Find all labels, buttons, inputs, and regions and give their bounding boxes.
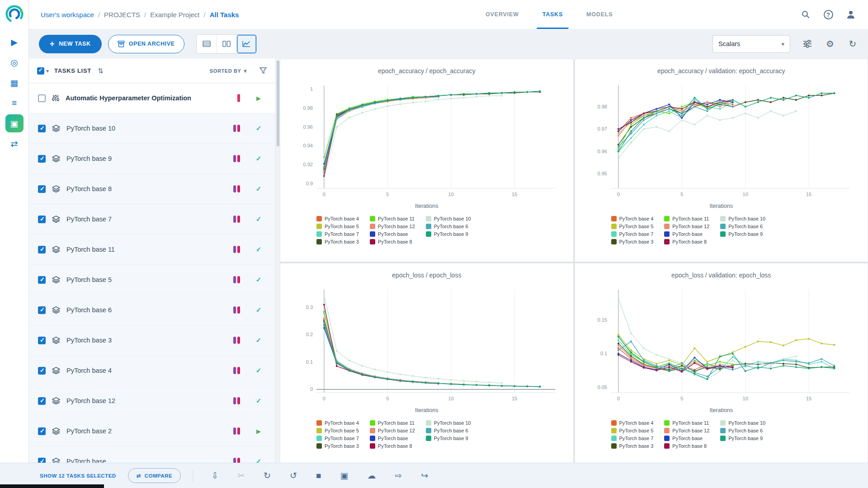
legend-item[interactable]: PyTorch base 6: [720, 222, 765, 230]
task-row[interactable]: PyTorch base 12✓: [29, 386, 275, 416]
legend-item[interactable]: PyTorch base 5: [316, 427, 359, 434]
metric-variant-select[interactable]: Scalars ▾: [712, 35, 790, 53]
projects-icon[interactable]: ▣: [5, 114, 24, 132]
legend-item[interactable]: PyTorch base 8: [664, 442, 709, 450]
legend-item[interactable]: PyTorch base 4: [611, 419, 654, 427]
legend-item[interactable]: PyTorch base 7: [316, 230, 359, 238]
compare-button[interactable]: ⇄ COMPARE: [128, 468, 181, 483]
task-checkbox[interactable]: [38, 155, 46, 163]
select-all-checkbox[interactable]: [37, 67, 44, 75]
task-row[interactable]: PyTorch base✓: [29, 446, 275, 463]
task-checkbox[interactable]: [38, 458, 46, 463]
legend-item[interactable]: PyTorch base 5: [611, 222, 654, 230]
legend-item[interactable]: PyTorch base 4: [611, 215, 654, 222]
task-row[interactable]: PyTorch base 2▶: [29, 416, 275, 446]
task-checkbox[interactable]: [38, 337, 46, 344]
legend-item[interactable]: PyTorch base 6: [426, 427, 471, 434]
filter-icon[interactable]: [259, 67, 267, 74]
task-row[interactable]: PyTorch base 10✓: [29, 113, 275, 144]
legend-item[interactable]: PyTorch base 6: [720, 427, 765, 434]
breadcrumb-item[interactable]: PROJECTS: [104, 11, 140, 19]
legend-item[interactable]: PyTorch base: [664, 230, 709, 238]
legend-item[interactable]: PyTorch base 8: [370, 442, 415, 450]
legend-item[interactable]: PyTorch base 10: [720, 419, 765, 427]
legend-item[interactable]: PyTorch base 12: [664, 222, 709, 230]
legend-item[interactable]: PyTorch base: [370, 230, 415, 238]
capture-icon[interactable]: ▣: [340, 470, 348, 481]
task-row[interactable]: PyTorch base 3✓: [29, 325, 275, 356]
sorted-by-control[interactable]: SORTED BY ▾: [210, 68, 247, 74]
legend-item[interactable]: PyTorch base 7: [611, 230, 654, 238]
clearml-logo[interactable]: [5, 5, 24, 23]
legend-item[interactable]: PyTorch base 3: [611, 442, 654, 450]
task-checkbox[interactable]: [38, 216, 46, 223]
legend-item[interactable]: PyTorch base 5: [611, 427, 654, 434]
retry-icon[interactable]: ↻: [264, 470, 271, 481]
tab-tasks[interactable]: TASKS: [531, 0, 575, 29]
task-checkbox[interactable]: [38, 397, 46, 405]
legend-item[interactable]: PyTorch base 11: [664, 419, 709, 427]
table-view-button[interactable]: [197, 35, 217, 53]
task-checkbox[interactable]: [38, 427, 46, 435]
legend-item[interactable]: PyTorch base: [370, 434, 415, 442]
legend-item[interactable]: PyTorch base 9: [426, 434, 471, 442]
help-icon[interactable]: ?: [823, 9, 834, 20]
abort-icon[interactable]: ■: [316, 471, 321, 481]
reports-icon[interactable]: ▦: [5, 74, 24, 92]
tab-models[interactable]: MODELS: [575, 0, 624, 29]
task-checkbox[interactable]: [38, 185, 46, 193]
task-row[interactable]: PyTorch base 11✓: [29, 235, 275, 265]
chart-plot[interactable]: 0510150.050.10.15: [585, 284, 857, 406]
legend-item[interactable]: PyTorch base 8: [370, 238, 415, 245]
legend-item[interactable]: PyTorch base 7: [316, 434, 359, 442]
task-row[interactable]: PyTorch base 5✓: [29, 265, 275, 295]
legend-item[interactable]: PyTorch base 3: [316, 442, 359, 450]
legend-item[interactable]: PyTorch base 10: [426, 419, 471, 427]
task-checkbox[interactable]: [38, 276, 46, 284]
breadcrumb-item[interactable]: Example Project: [150, 11, 199, 19]
card-view-settings-icon[interactable]: ⇅: [98, 67, 104, 75]
task-row[interactable]: PyTorch base 7✓: [29, 204, 275, 235]
graph-settings-icon[interactable]: [802, 38, 813, 49]
task-checkbox[interactable]: [38, 246, 46, 253]
legend-item[interactable]: PyTorch base: [664, 434, 709, 442]
legend-item[interactable]: PyTorch base 9: [426, 230, 471, 238]
user-avatar[interactable]: [845, 9, 856, 20]
legend-item[interactable]: PyTorch base 10: [720, 215, 765, 222]
legend-item[interactable]: PyTorch base 3: [611, 238, 654, 245]
breadcrumb-item[interactable]: All Tasks: [210, 11, 239, 19]
legend-item[interactable]: PyTorch base 9: [720, 434, 765, 442]
legend-item[interactable]: PyTorch base 9: [720, 230, 765, 238]
enqueue-icon[interactable]: ⇨: [395, 470, 402, 481]
legend-item[interactable]: PyTorch base 11: [370, 215, 415, 222]
dashboard-icon[interactable]: ◎: [5, 53, 24, 71]
task-row[interactable]: PyTorch base 4✓: [29, 356, 275, 386]
move-to-project-icon[interactable]: ↪: [421, 470, 428, 481]
archive-icon[interactable]: ⇩: [211, 470, 218, 481]
auto-refresh-icon[interactable]: ↻: [847, 38, 858, 49]
legend-item[interactable]: PyTorch base 11: [370, 419, 415, 427]
task-checkbox[interactable]: [38, 125, 46, 132]
legend-item[interactable]: PyTorch base 10: [426, 215, 471, 222]
select-all-control[interactable]: ▾: [37, 67, 49, 75]
task-row[interactable]: PyTorch base 6✓: [29, 295, 275, 325]
legend-item[interactable]: PyTorch base 3: [316, 238, 359, 245]
open-archive-button[interactable]: OPEN ARCHIVE: [108, 35, 184, 53]
task-checkbox[interactable]: [38, 367, 46, 375]
tasks-scrollbar[interactable]: [275, 59, 280, 463]
getting-started-icon[interactable]: ▶: [5, 33, 24, 51]
legend-item[interactable]: PyTorch base 12: [664, 427, 709, 434]
breadcrumb-item[interactable]: User's workspace: [41, 11, 94, 19]
publish-icon[interactable]: ☁: [367, 470, 376, 481]
search-icon[interactable]: [800, 9, 811, 20]
task-row[interactable]: PyTorch base 9✓: [29, 144, 275, 174]
settings-gear-icon[interactable]: ⚙: [825, 38, 835, 49]
reset-icon[interactable]: ↺: [290, 470, 297, 481]
legend-item[interactable]: PyTorch base 7: [611, 434, 654, 442]
legend-item[interactable]: PyTorch base 8: [664, 238, 709, 245]
legend-item[interactable]: PyTorch base 12: [370, 427, 415, 434]
legend-item[interactable]: PyTorch base 4: [316, 215, 359, 222]
legend-item[interactable]: PyTorch base 11: [664, 215, 709, 222]
task-checkbox[interactable]: [38, 306, 46, 314]
legend-item[interactable]: PyTorch base 5: [316, 222, 359, 230]
